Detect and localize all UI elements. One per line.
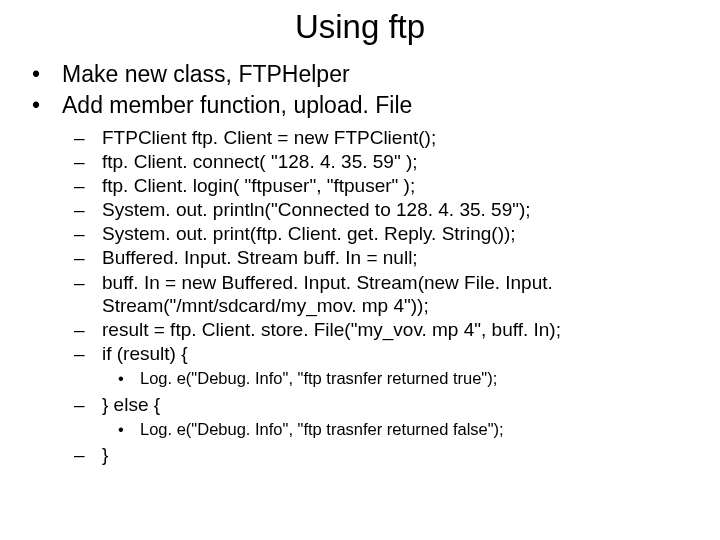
bullet-level1: •Make new class, FTPHelper [32, 60, 720, 89]
bullet-level2: –} else { [74, 393, 720, 416]
bullet-dot-icon: • [118, 368, 140, 389]
bullet-text: System. out. println("Connected to 128. … [102, 198, 720, 221]
bullet-level2: –FTPClient ftp. Client = new FTPClient()… [74, 126, 720, 149]
bullet-text: Log. e("Debug. Info", "ftp trasnfer retu… [140, 368, 720, 389]
bullet-text: Make new class, FTPHelper [62, 61, 350, 87]
bullet-text: buff. In = new Buffered. Input. Stream(n… [102, 271, 720, 317]
bullet-level2: –System. out. println("Connected to 128.… [74, 198, 720, 221]
bullet-level2: –ftp. Client. login( "ftpuser", "ftpuser… [74, 174, 720, 197]
bullet-dash-icon: – [74, 174, 102, 197]
bullet-dash-icon: – [74, 126, 102, 149]
bullet-text: ftp. Client. connect( "128. 4. 35. 59" )… [102, 150, 720, 173]
bullet-dash-icon: – [74, 198, 102, 221]
bullet-dash-icon: – [74, 318, 102, 341]
bullet-dash-icon: – [74, 342, 102, 365]
bullet-dot-icon: • [32, 91, 62, 120]
bullet-text: if (result) { [102, 342, 720, 365]
bullet-dash-icon: – [74, 393, 102, 416]
bullet-level2: –result = ftp. Client. store. File("my_v… [74, 318, 720, 341]
bullet-text: Log. e("Debug. Info", "ftp trasnfer retu… [140, 419, 720, 440]
bullet-level2: –if (result) { [74, 342, 720, 365]
bullet-text: result = ftp. Client. store. File("my_vo… [102, 318, 720, 341]
bullet-text: } [102, 443, 720, 466]
slide-title: Using ftp [0, 8, 720, 46]
bullet-level2: –ftp. Client. connect( "128. 4. 35. 59" … [74, 150, 720, 173]
bullet-level2: –buff. In = new Buffered. Input. Stream(… [74, 271, 720, 317]
bullet-text: } else { [102, 393, 720, 416]
bullet-dot-icon: • [32, 60, 62, 89]
bullet-text: Buffered. Input. Stream buff. In = null; [102, 246, 720, 269]
bullet-dash-icon: – [74, 150, 102, 173]
bullet-text: Add member function, upload. File [62, 92, 412, 118]
bullet-dash-icon: – [74, 271, 102, 317]
bullet-level2: –Buffered. Input. Stream buff. In = null… [74, 246, 720, 269]
bullet-dot-icon: • [118, 419, 140, 440]
bullet-level2: –System. out. print(ftp. Client. get. Re… [74, 222, 720, 245]
bullet-level3: •Log. e("Debug. Info", "ftp trasnfer ret… [118, 419, 720, 440]
bullet-text: FTPClient ftp. Client = new FTPClient(); [102, 126, 720, 149]
bullet-text: System. out. print(ftp. Client. get. Rep… [102, 222, 720, 245]
bullet-level1: •Add member function, upload. File [32, 91, 720, 120]
bullet-dash-icon: – [74, 246, 102, 269]
bullet-text: ftp. Client. login( "ftpuser", "ftpuser"… [102, 174, 720, 197]
bullet-level2: –} [74, 443, 720, 466]
bullet-level3: •Log. e("Debug. Info", "ftp trasnfer ret… [118, 368, 720, 389]
bullet-dash-icon: – [74, 443, 102, 466]
bullet-dash-icon: – [74, 222, 102, 245]
